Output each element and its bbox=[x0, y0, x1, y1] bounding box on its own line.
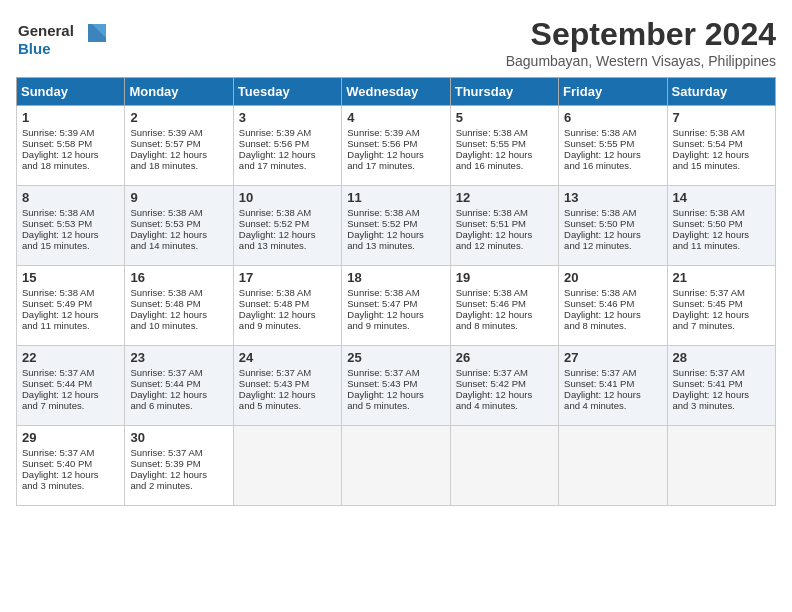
day-info-line: and 5 minutes. bbox=[347, 400, 444, 411]
day-info-line: Sunset: 5:41 PM bbox=[673, 378, 770, 389]
day-info-line: Daylight: 12 hours bbox=[22, 309, 119, 320]
day-header-monday: Monday bbox=[125, 78, 233, 106]
day-number: 16 bbox=[130, 270, 227, 285]
day-info-line: Daylight: 12 hours bbox=[239, 309, 336, 320]
day-info-line: Daylight: 12 hours bbox=[673, 149, 770, 160]
day-info-line: Sunrise: 5:38 AM bbox=[347, 207, 444, 218]
day-info-line: Sunset: 5:50 PM bbox=[564, 218, 661, 229]
calendar-cell: 5Sunrise: 5:38 AMSunset: 5:55 PMDaylight… bbox=[450, 106, 558, 186]
day-info-line: Sunset: 5:44 PM bbox=[22, 378, 119, 389]
day-info-line: Sunrise: 5:38 AM bbox=[456, 207, 553, 218]
month-title: September 2024 bbox=[506, 16, 776, 53]
calendar-cell: 9Sunrise: 5:38 AMSunset: 5:53 PMDaylight… bbox=[125, 186, 233, 266]
day-info-line: Sunset: 5:53 PM bbox=[22, 218, 119, 229]
day-info-line: Daylight: 12 hours bbox=[239, 149, 336, 160]
day-info-line: Sunset: 5:56 PM bbox=[347, 138, 444, 149]
day-info-line: Sunset: 5:51 PM bbox=[456, 218, 553, 229]
day-info-line: Sunset: 5:55 PM bbox=[456, 138, 553, 149]
day-number: 11 bbox=[347, 190, 444, 205]
day-info-line: Sunrise: 5:37 AM bbox=[564, 367, 661, 378]
calendar-cell bbox=[342, 426, 450, 506]
calendar-cell: 11Sunrise: 5:38 AMSunset: 5:52 PMDayligh… bbox=[342, 186, 450, 266]
day-info-line: Daylight: 12 hours bbox=[456, 149, 553, 160]
calendar-cell: 7Sunrise: 5:38 AMSunset: 5:54 PMDaylight… bbox=[667, 106, 775, 186]
day-info-line: Daylight: 12 hours bbox=[130, 469, 227, 480]
day-info-line: Sunrise: 5:39 AM bbox=[22, 127, 119, 138]
day-info-line: Sunrise: 5:37 AM bbox=[673, 287, 770, 298]
day-info-line: Daylight: 12 hours bbox=[564, 309, 661, 320]
day-number: 22 bbox=[22, 350, 119, 365]
day-info-line: Sunrise: 5:37 AM bbox=[239, 367, 336, 378]
day-info-line: and 17 minutes. bbox=[239, 160, 336, 171]
day-number: 24 bbox=[239, 350, 336, 365]
day-info-line: Sunrise: 5:39 AM bbox=[130, 127, 227, 138]
day-info-line: Sunrise: 5:38 AM bbox=[564, 287, 661, 298]
day-info-line: Sunset: 5:58 PM bbox=[22, 138, 119, 149]
day-number: 8 bbox=[22, 190, 119, 205]
day-info-line: Daylight: 12 hours bbox=[239, 389, 336, 400]
day-info-line: Daylight: 12 hours bbox=[456, 309, 553, 320]
day-info-line: and 16 minutes. bbox=[564, 160, 661, 171]
day-info-line: Daylight: 12 hours bbox=[564, 229, 661, 240]
day-info-line: Sunrise: 5:38 AM bbox=[673, 127, 770, 138]
calendar-cell: 21Sunrise: 5:37 AMSunset: 5:45 PMDayligh… bbox=[667, 266, 775, 346]
calendar-cell: 28Sunrise: 5:37 AMSunset: 5:41 PMDayligh… bbox=[667, 346, 775, 426]
day-info-line: Sunrise: 5:37 AM bbox=[130, 367, 227, 378]
day-info-line: Sunrise: 5:37 AM bbox=[130, 447, 227, 458]
day-info-line: Sunset: 5:54 PM bbox=[673, 138, 770, 149]
location: Bagumbayan, Western Visayas, Philippines bbox=[506, 53, 776, 69]
svg-text:Blue: Blue bbox=[18, 40, 51, 57]
day-info-line: Sunset: 5:44 PM bbox=[130, 378, 227, 389]
day-info-line: and 9 minutes. bbox=[239, 320, 336, 331]
calendar-cell: 18Sunrise: 5:38 AMSunset: 5:47 PMDayligh… bbox=[342, 266, 450, 346]
day-number: 1 bbox=[22, 110, 119, 125]
day-info-line: Sunset: 5:50 PM bbox=[673, 218, 770, 229]
calendar-cell: 14Sunrise: 5:38 AMSunset: 5:50 PMDayligh… bbox=[667, 186, 775, 266]
day-info-line: Sunset: 5:39 PM bbox=[130, 458, 227, 469]
day-info-line: Sunrise: 5:38 AM bbox=[673, 207, 770, 218]
logo: General Blue bbox=[16, 16, 106, 60]
day-number: 10 bbox=[239, 190, 336, 205]
day-number: 5 bbox=[456, 110, 553, 125]
day-header-sunday: Sunday bbox=[17, 78, 125, 106]
calendar-cell: 29Sunrise: 5:37 AMSunset: 5:40 PMDayligh… bbox=[17, 426, 125, 506]
calendar-cell: 12Sunrise: 5:38 AMSunset: 5:51 PMDayligh… bbox=[450, 186, 558, 266]
day-info-line: and 15 minutes. bbox=[22, 240, 119, 251]
day-info-line: and 4 minutes. bbox=[456, 400, 553, 411]
day-info-line: Daylight: 12 hours bbox=[22, 389, 119, 400]
calendar-cell: 4Sunrise: 5:39 AMSunset: 5:56 PMDaylight… bbox=[342, 106, 450, 186]
day-info-line: Daylight: 12 hours bbox=[456, 389, 553, 400]
day-number: 2 bbox=[130, 110, 227, 125]
day-info-line: Daylight: 12 hours bbox=[673, 229, 770, 240]
day-info-line: Sunset: 5:40 PM bbox=[22, 458, 119, 469]
day-info-line: and 3 minutes. bbox=[22, 480, 119, 491]
day-info-line: Sunrise: 5:38 AM bbox=[456, 127, 553, 138]
day-info-line: and 7 minutes. bbox=[22, 400, 119, 411]
calendar-cell: 3Sunrise: 5:39 AMSunset: 5:56 PMDaylight… bbox=[233, 106, 341, 186]
calendar-cell: 26Sunrise: 5:37 AMSunset: 5:42 PMDayligh… bbox=[450, 346, 558, 426]
day-info-line: Daylight: 12 hours bbox=[130, 149, 227, 160]
calendar-cell: 27Sunrise: 5:37 AMSunset: 5:41 PMDayligh… bbox=[559, 346, 667, 426]
calendar-cell: 19Sunrise: 5:38 AMSunset: 5:46 PMDayligh… bbox=[450, 266, 558, 346]
day-info-line: Sunset: 5:43 PM bbox=[239, 378, 336, 389]
day-info-line: Daylight: 12 hours bbox=[130, 309, 227, 320]
day-info-line: Sunrise: 5:38 AM bbox=[456, 287, 553, 298]
day-info-line: Sunrise: 5:38 AM bbox=[239, 287, 336, 298]
calendar-week-3: 15Sunrise: 5:38 AMSunset: 5:49 PMDayligh… bbox=[17, 266, 776, 346]
day-info-line: and 18 minutes. bbox=[22, 160, 119, 171]
day-number: 29 bbox=[22, 430, 119, 445]
logo-svg: General Blue bbox=[16, 16, 106, 60]
day-info-line: Daylight: 12 hours bbox=[673, 389, 770, 400]
day-info-line: Daylight: 12 hours bbox=[347, 389, 444, 400]
day-info-line: Sunrise: 5:37 AM bbox=[22, 367, 119, 378]
day-header-friday: Friday bbox=[559, 78, 667, 106]
day-info-line: Sunrise: 5:37 AM bbox=[22, 447, 119, 458]
day-info-line: Daylight: 12 hours bbox=[456, 229, 553, 240]
day-info-line: Sunset: 5:45 PM bbox=[673, 298, 770, 309]
day-info-line: and 5 minutes. bbox=[239, 400, 336, 411]
calendar-cell: 15Sunrise: 5:38 AMSunset: 5:49 PMDayligh… bbox=[17, 266, 125, 346]
day-info-line: and 16 minutes. bbox=[456, 160, 553, 171]
day-info-line: Daylight: 12 hours bbox=[22, 229, 119, 240]
day-info-line: and 15 minutes. bbox=[673, 160, 770, 171]
calendar-header-row: SundayMondayTuesdayWednesdayThursdayFrid… bbox=[17, 78, 776, 106]
